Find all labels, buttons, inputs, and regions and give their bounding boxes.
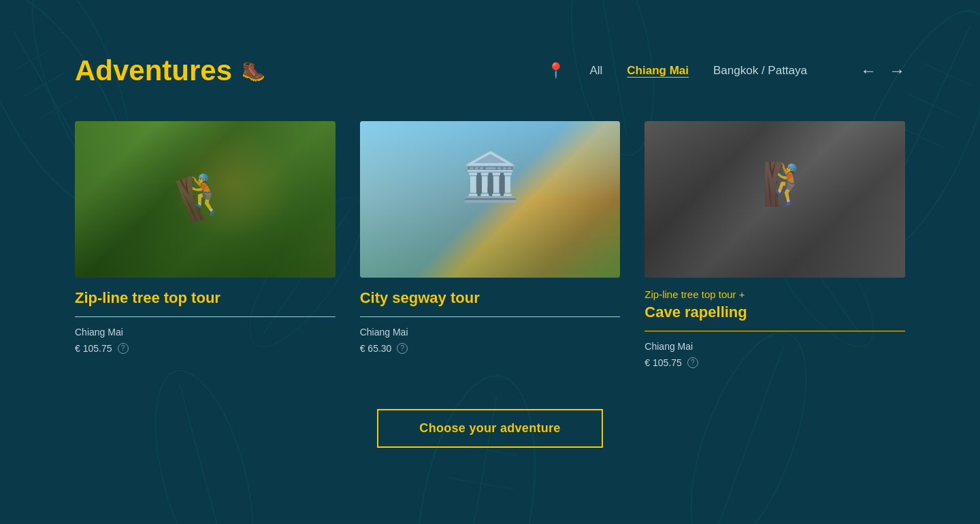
card-cave-image bbox=[644, 121, 905, 278]
card-zipline[interactable]: Zip-line tree top tour Chiang Mai € 105.… bbox=[75, 121, 336, 368]
card-zipline-image bbox=[75, 121, 336, 278]
card-segway-title: City segway tour bbox=[360, 289, 621, 317]
cards-row: Zip-line tree top tour Chiang Mai € 105.… bbox=[75, 121, 905, 368]
filter-all[interactable]: All bbox=[577, 61, 615, 80]
next-arrow-button[interactable]: → bbox=[889, 61, 905, 80]
nav-arrows: ← → bbox=[860, 61, 905, 80]
card-cave-info-icon[interactable]: ? bbox=[687, 357, 698, 368]
card-zipline-info-icon[interactable]: ? bbox=[118, 343, 129, 354]
title-group: Adventures 🥾 bbox=[75, 54, 265, 87]
header-row: Adventures 🥾 📍 All Chiang Mai Bangkok / … bbox=[75, 54, 905, 87]
page-title: Adventures bbox=[75, 54, 232, 87]
filter-chiang-mai[interactable]: Chiang Mai bbox=[615, 61, 701, 80]
location-pin-icon: 📍 bbox=[546, 62, 565, 80]
card-cave-price: € 105.75 bbox=[644, 357, 682, 368]
card-segway[interactable]: City segway tour Chiang Mai € 65.30 ? bbox=[360, 121, 621, 368]
card-zipline-title: Zip-line tree top tour bbox=[75, 289, 336, 317]
card-segway-image bbox=[360, 121, 621, 278]
card-cave[interactable]: Zip-line tree top tour + Cave rapelling … bbox=[644, 121, 905, 368]
card-segway-location: Chiang Mai bbox=[360, 327, 621, 338]
cta-wrapper: Choose your adventure bbox=[75, 409, 905, 448]
filter-bangkok[interactable]: Bangkok / Pattaya bbox=[701, 61, 819, 80]
card-segway-price: € 65.30 bbox=[360, 343, 392, 354]
card-cave-price-row: € 105.75 ? bbox=[644, 357, 905, 368]
card-zipline-price-row: € 105.75 ? bbox=[75, 343, 336, 354]
card-segway-price-row: € 65.30 ? bbox=[360, 343, 621, 354]
card-zipline-price: € 105.75 bbox=[75, 343, 112, 354]
prev-arrow-button[interactable]: ← bbox=[860, 61, 877, 80]
filter-group: 📍 All Chiang Mai Bangkok / Pattaya bbox=[546, 61, 819, 80]
boot-icon: 🥾 bbox=[242, 60, 265, 82]
card-zipline-location: Chiang Mai bbox=[75, 327, 336, 338]
card-segway-info-icon[interactable]: ? bbox=[397, 343, 408, 354]
choose-adventure-button[interactable]: Choose your adventure bbox=[377, 409, 602, 448]
card-cave-subtitle: Zip-line tree top tour + bbox=[644, 289, 905, 300]
card-cave-title: Cave rapelling bbox=[644, 303, 905, 331]
card-cave-location: Chiang Mai bbox=[644, 341, 905, 352]
